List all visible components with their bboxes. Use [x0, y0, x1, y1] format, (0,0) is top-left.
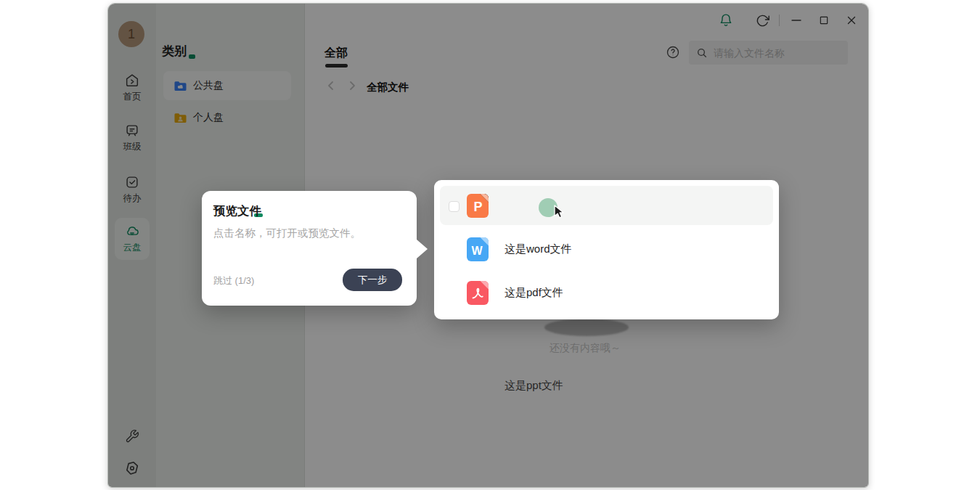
file-row-hover-bg	[440, 186, 773, 225]
word-file-icon: W	[467, 237, 489, 261]
tooltip-arrow	[417, 240, 428, 258]
tooltip-body: 点击名称，可打开或预览文件。	[213, 226, 361, 240]
file-name-link[interactable]: 这是ppt文件	[505, 379, 563, 393]
ppt-file-icon: P	[467, 194, 489, 218]
screen: 1 首页 班级	[0, 0, 980, 490]
file-list-spotlight: P 这是ppt文件 W 这是word文件 这是pdf文件	[434, 180, 779, 319]
tooltip-title: 预览文件	[213, 203, 261, 219]
svg-text:P: P	[474, 200, 483, 214]
file-name-link[interactable]: 这是word文件	[505, 242, 572, 256]
tour-tooltip: 预览文件 点击名称，可打开或预览文件。 跳过 (1/3) 下一步	[202, 191, 417, 306]
skip-button[interactable]: 跳过 (1/3)	[213, 274, 254, 287]
file-checkbox[interactable]	[449, 201, 460, 212]
file-name-link[interactable]: 这是pdf文件	[505, 286, 563, 300]
next-step-button[interactable]: 下一步	[343, 269, 402, 291]
svg-text:W: W	[472, 245, 483, 257]
pdf-file-icon	[467, 281, 489, 305]
